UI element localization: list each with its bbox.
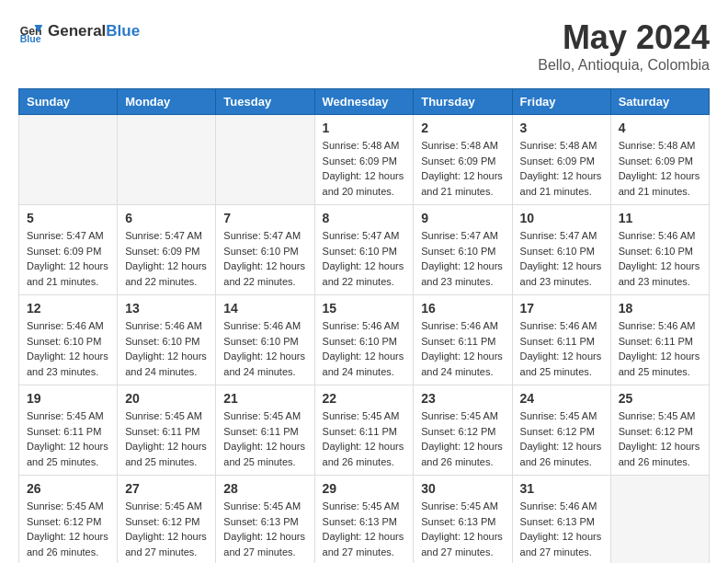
day-info: Sunrise: 5:45 AMSunset: 6:11 PMDaylight:… (27, 408, 109, 469)
day-info: Sunrise: 5:48 AMSunset: 6:09 PMDaylight:… (323, 138, 406, 199)
daylight-text: Daylight: 12 hours and 24 minutes. (125, 349, 208, 379)
day-cell: 12Sunrise: 5:46 AMSunset: 6:10 PMDayligh… (19, 295, 118, 385)
day-info: Sunrise: 5:47 AMSunset: 6:10 PMDaylight:… (323, 228, 406, 289)
day-cell: 14Sunrise: 5:46 AMSunset: 6:10 PMDayligh… (216, 295, 314, 385)
daylight-text: Daylight: 12 hours and 27 minutes. (125, 529, 208, 559)
daylight-text: Daylight: 12 hours and 27 minutes. (223, 529, 306, 559)
logo-icon: Gen Blue (18, 18, 44, 44)
sunset-text: Sunset: 6:12 PM (421, 424, 504, 440)
day-number: 15 (323, 301, 406, 316)
day-info: Sunrise: 5:47 AMSunset: 6:09 PMDaylight:… (125, 228, 208, 289)
daylight-text: Daylight: 12 hours and 24 minutes. (223, 349, 306, 379)
sunset-text: Sunset: 6:10 PM (323, 244, 406, 259)
day-cell: 15Sunrise: 5:46 AMSunset: 6:10 PMDayligh… (314, 295, 414, 385)
sunset-text: Sunset: 6:09 PM (323, 154, 406, 169)
day-cell: 13Sunrise: 5:46 AMSunset: 6:10 PMDayligh… (118, 295, 216, 385)
daylight-text: Daylight: 12 hours and 26 minutes. (323, 439, 406, 469)
day-cell: 21Sunrise: 5:45 AMSunset: 6:11 PMDayligh… (216, 385, 314, 476)
day-cell: 9Sunrise: 5:47 AMSunset: 6:10 PMDaylight… (414, 205, 512, 295)
day-number: 8 (323, 211, 406, 225)
title-block: May 2024 Bello, Antioquia, Colombia (538, 18, 710, 74)
day-cell: 31Sunrise: 5:46 AMSunset: 6:13 PMDayligh… (512, 476, 610, 564)
sunset-text: Sunset: 6:10 PM (223, 244, 306, 259)
sunrise-text: Sunrise: 5:48 AM (520, 138, 603, 154)
daylight-text: Daylight: 12 hours and 21 minutes. (421, 168, 504, 199)
day-number: 9 (421, 211, 504, 225)
week-row-3: 12Sunrise: 5:46 AMSunset: 6:10 PMDayligh… (19, 295, 710, 385)
sunset-text: Sunset: 6:10 PM (125, 334, 208, 350)
day-info: Sunrise: 5:45 AMSunset: 6:11 PMDaylight:… (223, 408, 306, 469)
day-info: Sunrise: 5:48 AMSunset: 6:09 PMDaylight:… (520, 138, 603, 199)
day-cell: 28Sunrise: 5:45 AMSunset: 6:13 PMDayligh… (216, 476, 314, 564)
sunrise-text: Sunrise: 5:47 AM (323, 228, 406, 244)
day-info: Sunrise: 5:47 AMSunset: 6:10 PMDaylight:… (421, 228, 504, 289)
daylight-text: Daylight: 12 hours and 23 minutes. (27, 349, 109, 379)
sunrise-text: Sunrise: 5:45 AM (223, 499, 306, 514)
sunrise-text: Sunrise: 5:46 AM (619, 228, 701, 244)
day-number: 28 (223, 481, 306, 496)
day-info: Sunrise: 5:48 AMSunset: 6:09 PMDaylight:… (421, 138, 504, 199)
sunset-text: Sunset: 6:13 PM (223, 514, 306, 530)
day-info: Sunrise: 5:46 AMSunset: 6:11 PMDaylight:… (421, 318, 504, 379)
week-row-5: 26Sunrise: 5:45 AMSunset: 6:12 PMDayligh… (19, 476, 710, 564)
day-cell (118, 115, 216, 205)
sunrise-text: Sunrise: 5:46 AM (421, 318, 504, 334)
day-number: 16 (421, 301, 504, 316)
sunset-text: Sunset: 6:13 PM (520, 514, 603, 530)
daylight-text: Daylight: 12 hours and 22 minutes. (223, 259, 306, 289)
sunset-text: Sunset: 6:11 PM (125, 424, 208, 440)
day-cell: 7Sunrise: 5:47 AMSunset: 6:10 PMDaylight… (216, 205, 314, 295)
day-cell (19, 115, 118, 205)
weekday-header-thursday: Thursday (414, 89, 512, 115)
day-number: 7 (223, 211, 306, 225)
daylight-text: Daylight: 12 hours and 24 minutes. (323, 349, 406, 379)
daylight-text: Daylight: 12 hours and 21 minutes. (27, 259, 109, 289)
sunrise-text: Sunrise: 5:47 AM (125, 228, 208, 244)
sunset-text: Sunset: 6:11 PM (619, 334, 701, 350)
day-info: Sunrise: 5:47 AMSunset: 6:10 PMDaylight:… (520, 228, 603, 289)
logo-general-text: GeneralBlue (48, 23, 140, 40)
daylight-text: Daylight: 12 hours and 26 minutes. (421, 439, 504, 469)
day-cell: 24Sunrise: 5:45 AMSunset: 6:12 PMDayligh… (512, 385, 610, 476)
day-cell: 23Sunrise: 5:45 AMSunset: 6:12 PMDayligh… (414, 385, 512, 476)
daylight-text: Daylight: 12 hours and 25 minutes. (125, 439, 208, 469)
sunset-text: Sunset: 6:11 PM (421, 334, 504, 350)
daylight-text: Daylight: 12 hours and 27 minutes. (323, 529, 406, 559)
week-row-4: 19Sunrise: 5:45 AMSunset: 6:11 PMDayligh… (19, 385, 710, 476)
sunset-text: Sunset: 6:10 PM (520, 244, 603, 259)
daylight-text: Daylight: 12 hours and 23 minutes. (520, 259, 603, 289)
sunrise-text: Sunrise: 5:47 AM (421, 228, 504, 244)
weekday-header-row: SundayMondayTuesdayWednesdayThursdayFrid… (19, 89, 710, 115)
day-info: Sunrise: 5:46 AMSunset: 6:10 PMDaylight:… (223, 318, 306, 379)
location-subtitle: Bello, Antioquia, Colombia (538, 57, 710, 74)
sunset-text: Sunset: 6:10 PM (223, 334, 306, 350)
day-number: 12 (27, 301, 109, 316)
day-number: 27 (125, 481, 208, 496)
day-cell: 3Sunrise: 5:48 AMSunset: 6:09 PMDaylight… (512, 115, 610, 205)
sunset-text: Sunset: 6:11 PM (520, 334, 603, 350)
day-cell: 20Sunrise: 5:45 AMSunset: 6:11 PMDayligh… (118, 385, 216, 476)
day-info: Sunrise: 5:45 AMSunset: 6:12 PMDaylight:… (421, 408, 504, 469)
weekday-header-friday: Friday (512, 89, 610, 115)
day-number: 30 (421, 481, 504, 496)
day-number: 10 (520, 211, 603, 225)
sunrise-text: Sunrise: 5:46 AM (27, 318, 109, 334)
sunrise-text: Sunrise: 5:45 AM (619, 408, 701, 424)
day-cell: 6Sunrise: 5:47 AMSunset: 6:09 PMDaylight… (118, 205, 216, 295)
sunrise-text: Sunrise: 5:48 AM (421, 138, 504, 154)
day-cell: 18Sunrise: 5:46 AMSunset: 6:11 PMDayligh… (610, 295, 709, 385)
day-cell (216, 115, 314, 205)
sunrise-text: Sunrise: 5:45 AM (223, 408, 306, 424)
day-cell: 27Sunrise: 5:45 AMSunset: 6:12 PMDayligh… (118, 476, 216, 564)
day-number: 20 (125, 391, 208, 406)
day-cell: 5Sunrise: 5:47 AMSunset: 6:09 PMDaylight… (19, 205, 118, 295)
daylight-text: Daylight: 12 hours and 23 minutes. (619, 259, 701, 289)
month-title: May 2024 (538, 18, 710, 57)
sunrise-text: Sunrise: 5:46 AM (520, 318, 603, 334)
sunrise-text: Sunrise: 5:47 AM (520, 228, 603, 244)
sunset-text: Sunset: 6:09 PM (421, 154, 504, 169)
daylight-text: Daylight: 12 hours and 22 minutes. (323, 259, 406, 289)
svg-text:Blue: Blue (20, 33, 41, 44)
sunrise-text: Sunrise: 5:47 AM (223, 228, 306, 244)
day-info: Sunrise: 5:45 AMSunset: 6:11 PMDaylight:… (125, 408, 208, 469)
